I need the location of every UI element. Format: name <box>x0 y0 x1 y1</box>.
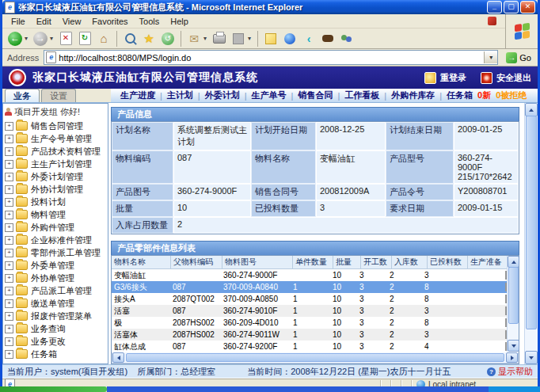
sidebar-item-13[interactable]: +产品派工单管理 <box>3 284 108 297</box>
sidebar-item-17[interactable]: +业务更改 <box>3 335 108 348</box>
forward-button[interactable]: → <box>32 30 49 48</box>
page-scrollbar[interactable] <box>524 103 538 364</box>
parts-row-0[interactable]: 变幅油缸360-274-9000F1032329 % <box>112 269 508 281</box>
plugin-icon[interactable] <box>488 17 496 25</box>
messenger-button[interactable] <box>281 30 299 48</box>
parts-row-2[interactable]: 接头A2087QT002370-009-A085011032820 % <box>112 293 508 305</box>
col-header-1[interactable]: 父物料编码 <box>171 256 222 268</box>
col-header-0[interactable]: 物料名称 <box>112 256 171 268</box>
sidebar-item-0[interactable]: +销售合同管理 <box>3 120 108 132</box>
expand-icon[interactable]: + <box>5 249 13 257</box>
menu-help[interactable]: Help <box>165 16 194 27</box>
go-button[interactable]: → Go <box>502 51 535 64</box>
nav-item-5[interactable]: 工作看板 <box>344 89 379 101</box>
back-button[interactable]: ← <box>6 30 24 48</box>
parts-row-6[interactable]: 缸体总成087360-274-9200F11032419 % <box>112 341 508 352</box>
expand-icon[interactable]: + <box>5 223 13 232</box>
nav-item-6[interactable]: 外购件库存 <box>391 89 435 101</box>
expand-icon[interactable]: + <box>5 236 13 245</box>
sidebar-item-15[interactable]: +报废件管理菜单 <box>3 310 108 322</box>
sidebar-item-18[interactable]: +任务箱 <box>3 348 108 360</box>
expand-icon[interactable]: + <box>5 312 13 321</box>
sidebar-item-8[interactable]: +外购件管理 <box>3 221 108 234</box>
show-help-link[interactable]: 显示帮助 <box>498 366 533 378</box>
menu-edit[interactable]: Edit <box>31 16 57 27</box>
favorites-button[interactable]: ★ <box>140 30 158 48</box>
tab-设置[interactable]: 设置 <box>41 89 76 102</box>
logout-button[interactable]: 安全退出 <box>481 72 531 84</box>
sidebar-item-3[interactable]: +主生产计划管理 <box>3 158 108 170</box>
sidebar-item-9[interactable]: +企业标准件管理 <box>3 234 108 246</box>
relogin-button[interactable]: 重登录 <box>424 72 466 84</box>
sidebar-item-2[interactable]: +产品技术资料管理 <box>3 145 108 158</box>
expand-icon[interactable]: + <box>5 299 13 308</box>
parts-row-5[interactable]: 活塞体2087HS002360-274-9011W11032320 % <box>112 329 508 341</box>
tab-业务[interactable]: 业务 <box>5 89 40 102</box>
refresh-button[interactable]: ↻ <box>76 30 93 48</box>
expand-icon[interactable]: + <box>5 350 13 359</box>
col-header-7[interactable]: 已投料数 <box>428 256 468 268</box>
menu-favorites[interactable]: Favorites <box>86 16 133 27</box>
mail-button[interactable]: ✉ <box>185 30 203 48</box>
menu-view[interactable]: View <box>57 16 87 27</box>
expand-icon[interactable]: + <box>5 185 13 194</box>
menu-file[interactable]: File <box>6 16 31 27</box>
nav-item-4[interactable]: 销售合同 <box>298 89 333 101</box>
nav-item-7[interactable]: 任务箱 <box>447 89 473 101</box>
expand-icon[interactable]: + <box>5 287 13 295</box>
home-button[interactable]: ⌂ <box>95 30 112 48</box>
contacts-button[interactable] <box>338 30 356 48</box>
msn-button[interactable]: ‹ <box>300 30 318 48</box>
forward-dropdown[interactable]: ▾ <box>50 35 56 42</box>
maximize-button[interactable]: ▢ <box>504 1 519 13</box>
sidebar-item-6[interactable]: +投料计划 <box>3 196 108 208</box>
taskbox-rejected-badge[interactable]: 0被拒绝 <box>496 89 527 101</box>
col-header-8[interactable]: 生产准备 <box>468 256 510 268</box>
col-header-6[interactable]: 入库数 <box>392 256 428 268</box>
close-button[interactable]: ✕ <box>520 1 535 13</box>
search-button[interactable] <box>121 30 139 48</box>
expand-icon[interactable]: + <box>5 160 13 169</box>
nav-item-2[interactable]: 外委计划 <box>205 89 240 101</box>
expand-icon[interactable]: + <box>5 147 13 156</box>
print-button[interactable] <box>211 30 228 48</box>
sidebar-item-12[interactable]: +外协单管理 <box>3 272 108 284</box>
sidebar-item-11[interactable]: +外委单管理 <box>3 259 108 272</box>
expand-icon[interactable]: + <box>5 135 13 143</box>
stop-button[interactable]: ✕ <box>57 30 74 48</box>
edit-dropdown[interactable]: ▾ <box>248 35 254 42</box>
sidebar-item-4[interactable]: +外委计划管理 <box>3 170 108 183</box>
expand-icon[interactable]: + <box>5 325 13 333</box>
sidebar-item-7[interactable]: +物料管理 <box>3 208 108 221</box>
col-header-2[interactable]: 物料图号 <box>222 256 293 268</box>
nav-item-3[interactable]: 生产单号 <box>252 89 287 101</box>
sidebar-item-1[interactable]: +生产令号单管理 <box>3 132 108 145</box>
research-button[interactable] <box>319 30 337 48</box>
edit-button[interactable] <box>230 30 247 48</box>
notes-button[interactable] <box>262 30 280 48</box>
col-header-3[interactable]: 单件数量 <box>293 256 333 268</box>
address-dropdown[interactable]: ▾ <box>484 51 497 63</box>
sidebar-item-14[interactable]: +缴送单管理 <box>3 297 108 310</box>
sidebar-item-10[interactable]: +零部件派工单管理 <box>3 246 108 259</box>
minimize-button[interactable]: _ <box>487 1 502 13</box>
col-header-4[interactable]: 批量 <box>333 256 361 268</box>
taskbox-new-badge[interactable]: 0新 <box>477 89 491 101</box>
nav-item-0[interactable]: 生产进度 <box>120 89 155 101</box>
parts-row-1[interactable]: G3/6接头087370-009-A084011032820 % <box>112 281 508 293</box>
address-input[interactable]: e http://localhost:8080/MPS/login.do ▾ <box>44 50 498 65</box>
expand-icon[interactable]: + <box>5 274 13 283</box>
sidebar-item-16[interactable]: +业务查询 <box>3 322 108 335</box>
history-button[interactable]: ↺ <box>159 30 177 48</box>
back-dropdown[interactable]: ▾ <box>25 35 31 42</box>
parts-row-3[interactable]: 活塞087360-274-9010F11032320 % <box>112 305 508 317</box>
expand-icon[interactable]: + <box>5 122 13 131</box>
expand-icon[interactable]: + <box>5 337 13 346</box>
expand-icon[interactable]: + <box>5 211 13 219</box>
start-button[interactable] <box>0 386 107 392</box>
parts-vscrollbar[interactable] <box>507 256 519 352</box>
parts-hscrollbar[interactable] <box>112 352 519 363</box>
nav-item-1[interactable]: 主计划 <box>167 89 193 101</box>
mail-dropdown[interactable]: ▾ <box>203 35 210 42</box>
expand-icon[interactable]: + <box>5 198 13 207</box>
